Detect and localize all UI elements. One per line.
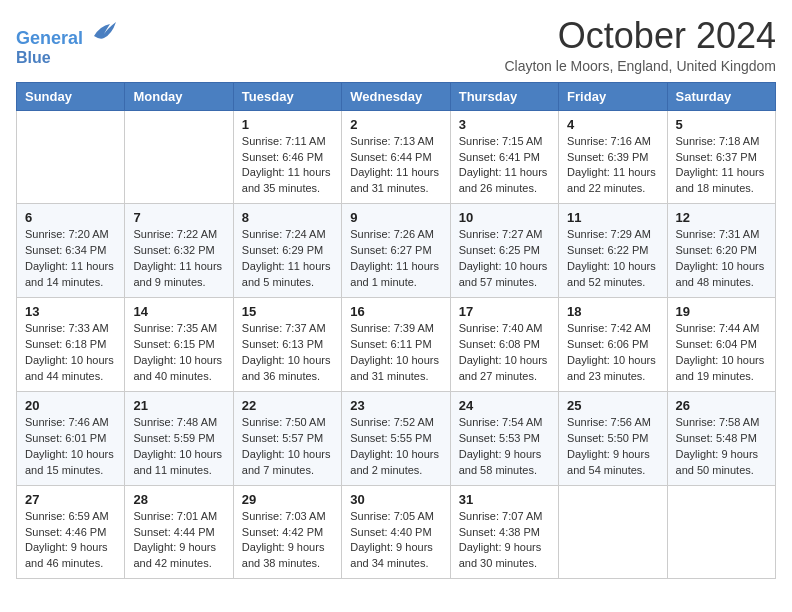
calendar-cell: 22Sunrise: 7:50 AM Sunset: 5:57 PM Dayli… [233,391,341,485]
day-number: 7 [133,210,224,225]
day-info: Sunrise: 7:56 AM Sunset: 5:50 PM Dayligh… [567,415,658,479]
day-number: 25 [567,398,658,413]
logo-bird-icon [90,16,118,44]
day-info: Sunrise: 7:44 AM Sunset: 6:04 PM Dayligh… [676,321,767,385]
month-title: October 2024 [504,16,776,56]
day-info: Sunrise: 7:29 AM Sunset: 6:22 PM Dayligh… [567,227,658,291]
day-number: 1 [242,117,333,132]
week-row-2: 6Sunrise: 7:20 AM Sunset: 6:34 PM Daylig… [17,204,776,298]
day-number: 31 [459,492,550,507]
day-info: Sunrise: 7:22 AM Sunset: 6:32 PM Dayligh… [133,227,224,291]
day-header-thursday: Thursday [450,82,558,110]
day-info: Sunrise: 7:33 AM Sunset: 6:18 PM Dayligh… [25,321,116,385]
day-info: Sunrise: 7:35 AM Sunset: 6:15 PM Dayligh… [133,321,224,385]
day-header-sunday: Sunday [17,82,125,110]
day-number: 6 [25,210,116,225]
calendar-cell: 10Sunrise: 7:27 AM Sunset: 6:25 PM Dayli… [450,204,558,298]
week-row-1: 1Sunrise: 7:11 AM Sunset: 6:46 PM Daylig… [17,110,776,204]
day-number: 3 [459,117,550,132]
day-number: 29 [242,492,333,507]
calendar-table: SundayMondayTuesdayWednesdayThursdayFrid… [16,82,776,580]
day-header-monday: Monday [125,82,233,110]
calendar-cell: 30Sunrise: 7:05 AM Sunset: 4:40 PM Dayli… [342,485,450,579]
day-number: 5 [676,117,767,132]
day-info: Sunrise: 7:31 AM Sunset: 6:20 PM Dayligh… [676,227,767,291]
calendar-cell: 26Sunrise: 7:58 AM Sunset: 5:48 PM Dayli… [667,391,775,485]
calendar-cell: 23Sunrise: 7:52 AM Sunset: 5:55 PM Dayli… [342,391,450,485]
day-info: Sunrise: 7:48 AM Sunset: 5:59 PM Dayligh… [133,415,224,479]
day-number: 9 [350,210,441,225]
calendar-cell: 12Sunrise: 7:31 AM Sunset: 6:20 PM Dayli… [667,204,775,298]
calendar-cell: 21Sunrise: 7:48 AM Sunset: 5:59 PM Dayli… [125,391,233,485]
day-info: Sunrise: 7:50 AM Sunset: 5:57 PM Dayligh… [242,415,333,479]
calendar-cell: 13Sunrise: 7:33 AM Sunset: 6:18 PM Dayli… [17,298,125,392]
day-info: Sunrise: 7:18 AM Sunset: 6:37 PM Dayligh… [676,134,767,198]
calendar-cell: 29Sunrise: 7:03 AM Sunset: 4:42 PM Dayli… [233,485,341,579]
day-info: Sunrise: 7:40 AM Sunset: 6:08 PM Dayligh… [459,321,550,385]
day-header-friday: Friday [559,82,667,110]
calendar-cell: 6Sunrise: 7:20 AM Sunset: 6:34 PM Daylig… [17,204,125,298]
week-row-5: 27Sunrise: 6:59 AM Sunset: 4:46 PM Dayli… [17,485,776,579]
day-number: 17 [459,304,550,319]
calendar-cell: 25Sunrise: 7:56 AM Sunset: 5:50 PM Dayli… [559,391,667,485]
day-info: Sunrise: 7:52 AM Sunset: 5:55 PM Dayligh… [350,415,441,479]
calendar-cell [17,110,125,204]
day-number: 21 [133,398,224,413]
day-number: 16 [350,304,441,319]
calendar-cell: 5Sunrise: 7:18 AM Sunset: 6:37 PM Daylig… [667,110,775,204]
day-info: Sunrise: 7:37 AM Sunset: 6:13 PM Dayligh… [242,321,333,385]
day-info: Sunrise: 7:05 AM Sunset: 4:40 PM Dayligh… [350,509,441,573]
day-number: 28 [133,492,224,507]
calendar-cell: 8Sunrise: 7:24 AM Sunset: 6:29 PM Daylig… [233,204,341,298]
logo-blue-text: Blue [16,49,118,67]
day-info: Sunrise: 7:01 AM Sunset: 4:44 PM Dayligh… [133,509,224,573]
calendar-cell: 3Sunrise: 7:15 AM Sunset: 6:41 PM Daylig… [450,110,558,204]
calendar-cell: 11Sunrise: 7:29 AM Sunset: 6:22 PM Dayli… [559,204,667,298]
calendar-cell: 16Sunrise: 7:39 AM Sunset: 6:11 PM Dayli… [342,298,450,392]
day-number: 8 [242,210,333,225]
day-number: 18 [567,304,658,319]
day-info: Sunrise: 7:58 AM Sunset: 5:48 PM Dayligh… [676,415,767,479]
day-info: Sunrise: 7:24 AM Sunset: 6:29 PM Dayligh… [242,227,333,291]
calendar-cell [667,485,775,579]
logo: General Blue [16,16,118,66]
day-number: 4 [567,117,658,132]
calendar-cell: 24Sunrise: 7:54 AM Sunset: 5:53 PM Dayli… [450,391,558,485]
day-number: 20 [25,398,116,413]
calendar-cell: 1Sunrise: 7:11 AM Sunset: 6:46 PM Daylig… [233,110,341,204]
day-info: Sunrise: 7:16 AM Sunset: 6:39 PM Dayligh… [567,134,658,198]
day-info: Sunrise: 7:54 AM Sunset: 5:53 PM Dayligh… [459,415,550,479]
calendar-cell: 18Sunrise: 7:42 AM Sunset: 6:06 PM Dayli… [559,298,667,392]
calendar-cell: 19Sunrise: 7:44 AM Sunset: 6:04 PM Dayli… [667,298,775,392]
day-info: Sunrise: 7:42 AM Sunset: 6:06 PM Dayligh… [567,321,658,385]
day-number: 30 [350,492,441,507]
day-number: 26 [676,398,767,413]
day-number: 22 [242,398,333,413]
day-number: 24 [459,398,550,413]
calendar-cell: 28Sunrise: 7:01 AM Sunset: 4:44 PM Dayli… [125,485,233,579]
calendar-cell: 4Sunrise: 7:16 AM Sunset: 6:39 PM Daylig… [559,110,667,204]
day-number: 14 [133,304,224,319]
day-info: Sunrise: 7:07 AM Sunset: 4:38 PM Dayligh… [459,509,550,573]
page-header: General Blue October 2024 Clayton le Moo… [16,16,776,74]
title-block: October 2024 Clayton le Moors, England, … [504,16,776,74]
calendar-cell: 9Sunrise: 7:26 AM Sunset: 6:27 PM Daylig… [342,204,450,298]
calendar-cell: 7Sunrise: 7:22 AM Sunset: 6:32 PM Daylig… [125,204,233,298]
day-info: Sunrise: 7:20 AM Sunset: 6:34 PM Dayligh… [25,227,116,291]
day-number: 11 [567,210,658,225]
calendar-cell: 17Sunrise: 7:40 AM Sunset: 6:08 PM Dayli… [450,298,558,392]
day-number: 10 [459,210,550,225]
logo-text: General [16,16,118,49]
day-number: 13 [25,304,116,319]
day-number: 2 [350,117,441,132]
day-info: Sunrise: 7:27 AM Sunset: 6:25 PM Dayligh… [459,227,550,291]
day-info: Sunrise: 7:26 AM Sunset: 6:27 PM Dayligh… [350,227,441,291]
calendar-cell: 15Sunrise: 7:37 AM Sunset: 6:13 PM Dayli… [233,298,341,392]
day-info: Sunrise: 6:59 AM Sunset: 4:46 PM Dayligh… [25,509,116,573]
day-number: 23 [350,398,441,413]
day-number: 27 [25,492,116,507]
day-header-tuesday: Tuesday [233,82,341,110]
calendar-cell [125,110,233,204]
days-header-row: SundayMondayTuesdayWednesdayThursdayFrid… [17,82,776,110]
day-info: Sunrise: 7:11 AM Sunset: 6:46 PM Dayligh… [242,134,333,198]
